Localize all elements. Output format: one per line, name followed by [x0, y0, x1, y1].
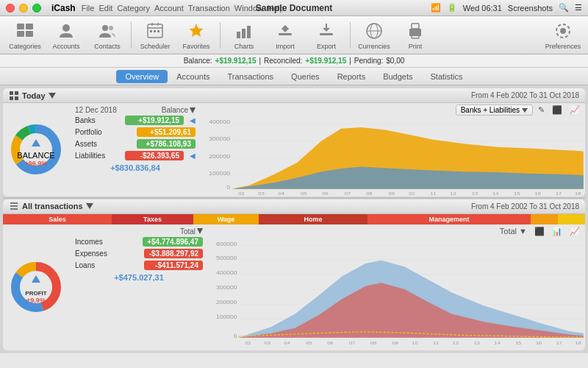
- export-label: Export: [317, 43, 336, 50]
- svg-rect-11: [150, 30, 152, 32]
- svg-text:05: 05: [306, 340, 312, 344]
- profit-donut-container: PROFIT +9,9%: [3, 224, 69, 350]
- balance-sort[interactable]: Balance: [162, 106, 196, 114]
- expenses-label: Expenses: [75, 250, 119, 258]
- svg-text:14: 14: [492, 191, 499, 196]
- liabilities-label: Liabilities: [75, 152, 119, 160]
- export-icon: [316, 21, 337, 41]
- menu-category[interactable]: Category: [117, 4, 150, 13]
- svg-text:400000: 400000: [216, 269, 237, 275]
- transactions-chart-svg: 600000 500000 400000 300000 200000 10000…: [209, 224, 585, 350]
- toolbar-contacts[interactable]: Contacts: [88, 18, 126, 53]
- transactions-chart-icon[interactable]: 📊: [550, 226, 564, 237]
- transactions-lines-icon[interactable]: 📈: [567, 226, 582, 237]
- transactions-bars-icon[interactable]: ⬛: [532, 226, 547, 237]
- balance-chart-svg: 400000 300000 200000 100000 0: [201, 103, 585, 197]
- transactions-chart-controls: Total ▼ ⬛ 📊 📈: [498, 226, 582, 237]
- tab-queries[interactable]: Queries: [282, 70, 329, 83]
- maximize-button[interactable]: [32, 4, 41, 13]
- svg-text:11: 11: [433, 340, 440, 344]
- svg-text:600000: 600000: [216, 241, 237, 247]
- tab-reports[interactable]: Reports: [329, 70, 375, 83]
- reconciled-label: Reconciled:: [264, 57, 302, 65]
- toolbar-currencies[interactable]: Currencies: [355, 18, 393, 53]
- svg-text:18: 18: [575, 340, 581, 344]
- close-button[interactable]: [6, 4, 15, 13]
- toolbar-accounts[interactable]: Accounts: [47, 18, 85, 53]
- import-label: Import: [276, 43, 295, 50]
- balance-row-incomes: Incomes +$4.774.896,47: [75, 237, 203, 247]
- balance-filter-dropdown[interactable]: Banks + Liabilities: [456, 105, 533, 116]
- svg-rect-18: [279, 33, 292, 35]
- balance-bars-icon[interactable]: ⬛: [550, 105, 564, 116]
- svg-rect-12: [154, 30, 156, 32]
- balance-lines-icon[interactable]: 📈: [567, 105, 582, 116]
- sort-icon: [9, 91, 19, 101]
- svg-text:09: 09: [392, 340, 399, 344]
- banks-arrow[interactable]: ◀: [190, 116, 196, 124]
- profit-donut-svg: [8, 259, 64, 315]
- balance-table: 12 Dec 2018 Balance Banks +$19.912,15 ◀ …: [69, 103, 201, 197]
- toolbar-charts[interactable]: Charts: [225, 18, 263, 53]
- toolbar-print[interactable]: Print: [396, 18, 434, 53]
- menu-file[interactable]: File: [82, 4, 95, 13]
- tab-transactions[interactable]: Transactions: [219, 70, 283, 83]
- menu-transaction[interactable]: Transaction: [188, 4, 230, 13]
- contacts-icon: [97, 21, 118, 41]
- toolbar-favorites[interactable]: Favorites: [177, 18, 215, 53]
- assets-value: +$786.108,93: [137, 139, 196, 149]
- total-sort[interactable]: Total: [180, 227, 203, 236]
- toolbar-export[interactable]: Export: [307, 18, 345, 53]
- svg-text:400000: 400000: [209, 119, 230, 125]
- legend-sales: Sales: [3, 214, 112, 224]
- svg-point-6: [109, 26, 113, 30]
- svg-text:06: 06: [327, 340, 334, 344]
- svg-marker-45: [522, 108, 528, 113]
- menu-edit[interactable]: Edit: [98, 4, 112, 13]
- tab-budgets[interactable]: Budgets: [374, 70, 421, 83]
- toolbar-import[interactable]: Import: [266, 18, 304, 53]
- toolbar-scheduler[interactable]: Scheduler: [136, 18, 174, 53]
- svg-text:12: 12: [453, 340, 459, 344]
- tab-overview[interactable]: Overview: [116, 70, 168, 83]
- search-icon[interactable]: 🔍: [559, 3, 569, 13]
- svg-text:100000: 100000: [216, 314, 237, 320]
- svg-text:15: 15: [514, 191, 520, 196]
- toolbar-preferences[interactable]: Preferences: [544, 18, 582, 53]
- tab-accounts[interactable]: Accounts: [168, 70, 218, 83]
- svg-marker-76: [86, 203, 93, 209]
- svg-rect-15: [237, 32, 240, 38]
- svg-text:08: 08: [366, 191, 373, 196]
- transactions-section-header: All transactions From 4 Feb 2002 To 31 O…: [3, 199, 585, 214]
- categories-icon: [15, 21, 35, 41]
- svg-text:10: 10: [409, 191, 415, 196]
- sort-chevron-icon: [190, 107, 196, 113]
- balance-panel: Today From 4 Feb 2002 To 31 Oct 2018: [3, 88, 585, 197]
- menu-account[interactable]: Account: [154, 4, 184, 13]
- transactions-title: All transactions: [22, 202, 83, 210]
- balance-value: +$19.912,15: [215, 57, 257, 65]
- incomes-value: +$4.774.896,47: [143, 237, 203, 247]
- toolbar-sep-3: [350, 22, 351, 49]
- balance-donut-container: BALANCE +96,9%: [3, 103, 69, 197]
- balance-row-loans: Loans -$411.571,24: [75, 261, 203, 270]
- balance-date: 12 Dec 2018: [75, 106, 117, 114]
- control-center-icon[interactable]: ☰: [575, 3, 582, 13]
- svg-point-5: [102, 25, 108, 31]
- svg-text:0: 0: [226, 185, 230, 191]
- balance-row-liabilities: Liabilities -$26.393,65 ◀: [75, 151, 196, 160]
- liabilities-arrow[interactable]: ◀: [190, 152, 196, 160]
- minimize-button[interactable]: [19, 4, 28, 13]
- scheduler-label: Scheduler: [140, 43, 171, 50]
- transactions-total: +$475.027,31: [75, 273, 203, 282]
- chevron-down-icon: [49, 93, 56, 99]
- total-dropdown[interactable]: Total ▼: [498, 226, 529, 236]
- toolbar-categories[interactable]: Categories: [6, 18, 44, 53]
- balance-edit-icon[interactable]: ✎: [536, 105, 547, 116]
- tab-statistics[interactable]: Statistics: [422, 70, 472, 83]
- svg-marker-14: [190, 24, 204, 37]
- transactions-chart-area: Total ▼ ⬛ 📊 📈 600000 500000 400000 30000…: [209, 224, 585, 350]
- balance-row-assets: Assets +$786.108,93: [75, 139, 196, 149]
- svg-rect-3: [26, 31, 33, 37]
- balance-total: +$830.836,84: [75, 163, 196, 172]
